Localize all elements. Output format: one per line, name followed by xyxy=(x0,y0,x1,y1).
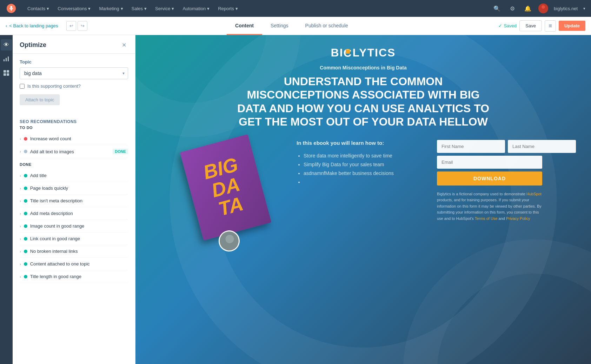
seo-item-label: Image count in good range xyxy=(30,223,128,229)
terms-link[interactable]: Terms of Use xyxy=(475,216,498,221)
last-name-input[interactable] xyxy=(508,140,576,153)
bullet-item: Store data more intelligently to save ti… xyxy=(304,151,423,160)
attach-to-topic-button[interactable]: Attach to topic xyxy=(20,94,60,105)
topic-select[interactable]: big data xyxy=(20,67,128,79)
done-section: DONE › Add title › Page loads quickly › … xyxy=(20,162,128,283)
preview-bullet-list: Store data more intelligently to save ti… xyxy=(297,151,423,187)
domain-label[interactable]: biglytics.net xyxy=(554,6,578,11)
bullet-item: asdnamnfMake better business decisions xyxy=(304,169,423,178)
redo-button[interactable]: ↪ xyxy=(78,21,87,31)
seo-recommendations-label: SEO recommendations xyxy=(20,119,128,124)
user-avatar[interactable] xyxy=(538,4,548,13)
update-button[interactable]: Update xyxy=(559,21,585,31)
seo-item-title-not-meta[interactable]: › Title isn't meta description xyxy=(20,195,128,207)
tab-settings[interactable]: Settings xyxy=(262,17,297,35)
status-dot-gray xyxy=(24,150,27,153)
supporting-content-label[interactable]: Is this supporting content? xyxy=(27,83,81,89)
settings-icon[interactable]: ⚙ xyxy=(507,4,517,13)
seo-item-image-count[interactable]: › Image count in good range xyxy=(20,220,128,232)
name-row xyxy=(437,140,542,153)
seo-item-title-length[interactable]: › Title length in good range xyxy=(20,270,128,283)
search-icon[interactable]: 🔍 xyxy=(492,4,502,13)
status-dot-green xyxy=(24,262,27,266)
seo-item-label: Add meta description xyxy=(30,211,128,216)
seo-item-label: Title isn't meta description xyxy=(30,198,128,203)
seo-item-page-loads[interactable]: › Page loads quickly xyxy=(20,182,128,195)
chart-icon[interactable] xyxy=(1,53,12,65)
seo-item-no-broken-links[interactable]: › No broken internal links xyxy=(20,245,128,258)
nav-reports[interactable]: Reports ▾ xyxy=(214,4,241,13)
status-dot-red xyxy=(24,137,27,141)
seo-item-one-topic[interactable]: › Content attached to one topic xyxy=(20,258,128,270)
hubspot-logo[interactable] xyxy=(6,3,17,14)
eye-icon[interactable]: 👁 xyxy=(1,39,12,50)
seo-item-label: Add alt text to images xyxy=(30,149,110,154)
main-layout: 👁 Optimize ✕ Topic big data ▾ Is this su… xyxy=(0,35,591,364)
bullet-item xyxy=(304,178,423,187)
nav-marketing[interactable]: Marketing ▾ xyxy=(95,4,126,13)
supporting-content-checkbox[interactable] xyxy=(20,84,25,89)
seo-item-label: Increase word count xyxy=(30,136,128,141)
seo-item-label: Page loads quickly xyxy=(30,186,128,191)
download-button[interactable]: DOWNLOAD xyxy=(437,171,542,186)
chevron-icon: › xyxy=(20,224,21,228)
notifications-icon[interactable]: 🔔 xyxy=(523,4,533,13)
chevron-icon: › xyxy=(20,237,21,241)
seo-item-label: Content attached to one topic xyxy=(30,261,128,267)
svg-point-5 xyxy=(542,5,545,9)
chevron-icon: › xyxy=(20,186,21,190)
svg-rect-13 xyxy=(7,73,9,76)
seo-item-add-title[interactable]: › Add title xyxy=(20,169,128,182)
nav-service[interactable]: Service ▾ xyxy=(152,4,178,13)
preview-headline: UNDERSTAND THE COMMON MISCONCEPTIONS ASS… xyxy=(223,75,504,129)
nav-right-actions: 🔍 ⚙ 🔔 biglytics.net ▾ xyxy=(492,4,585,13)
status-dot-green xyxy=(24,174,27,177)
editor-tabs: Content Settings Publish or schedule xyxy=(90,17,493,35)
status-dot-green xyxy=(24,275,27,278)
first-name-input[interactable] xyxy=(437,140,505,153)
sub-header: ‹ < Back to landing pages ↩ ↪ Content Se… xyxy=(0,17,591,35)
seo-item-meta-desc[interactable]: › Add meta description xyxy=(20,207,128,220)
bullet-item: Simplify Big Data for your sales team xyxy=(304,160,423,169)
chevron-icon: › xyxy=(20,262,21,266)
supporting-content-row: Is this supporting content? xyxy=(20,83,128,89)
undo-button[interactable]: ↩ xyxy=(66,21,76,31)
chevron-icon: › xyxy=(20,199,21,203)
seo-item-word-count[interactable]: › Increase word count xyxy=(20,133,128,145)
status-dot-green xyxy=(24,199,27,203)
seo-recommendations-section: SEO recommendations TO DO › Increase wor… xyxy=(20,119,128,158)
back-to-landing-pages[interactable]: ‹ < Back to landing pages xyxy=(0,23,64,28)
book-cover: BIGDATA xyxy=(180,134,271,241)
topic-select-wrapper: big data ▾ xyxy=(20,67,128,79)
tab-publish[interactable]: Publish or schedule xyxy=(297,17,357,35)
seo-item-link-count[interactable]: › Link count in good range xyxy=(20,232,128,245)
chevron-icon: › xyxy=(20,149,21,154)
close-optimize-button[interactable]: ✕ xyxy=(120,41,128,49)
nav-conversations[interactable]: Conversations ▾ xyxy=(54,4,94,13)
svg-rect-7 xyxy=(4,59,5,61)
status-dot-green xyxy=(24,187,27,190)
seo-item-alt-text[interactable]: › Add alt text to images DONE xyxy=(20,145,128,158)
nav-automation[interactable]: Automation ▾ xyxy=(179,4,213,13)
nav-sales[interactable]: Sales ▾ xyxy=(128,4,151,13)
hubspot-link[interactable]: HubSpot xyxy=(526,192,542,196)
chevron-icon: › xyxy=(20,275,21,279)
topic-label: Topic xyxy=(20,59,128,65)
tab-content[interactable]: Content xyxy=(227,17,262,35)
modules-icon[interactable] xyxy=(1,67,12,79)
sidebar-icon-bar: 👁 xyxy=(0,35,13,364)
attach-btn-wrapper: Attach to topic xyxy=(20,94,128,112)
email-input[interactable] xyxy=(437,156,542,169)
svg-point-6 xyxy=(540,9,546,13)
chevron-icon: › xyxy=(20,174,21,178)
chevron-icon: › xyxy=(20,211,21,216)
saved-indicator: ✓ Saved xyxy=(498,23,517,28)
nav-contacts[interactable]: Contacts ▾ xyxy=(24,4,53,13)
privacy-link[interactable]: Privacy Policy xyxy=(506,216,530,221)
preview-content-area: BIGDATA In this ebook you will learn how… xyxy=(170,140,556,245)
undo-redo-group: ↩ ↪ xyxy=(64,21,90,31)
menu-button[interactable]: ≡ xyxy=(545,20,556,32)
optimize-header: Optimize ✕ xyxy=(13,35,135,54)
header-actions: ✓ Saved Save ≡ Update xyxy=(493,20,591,32)
save-button[interactable]: Save xyxy=(519,20,542,31)
